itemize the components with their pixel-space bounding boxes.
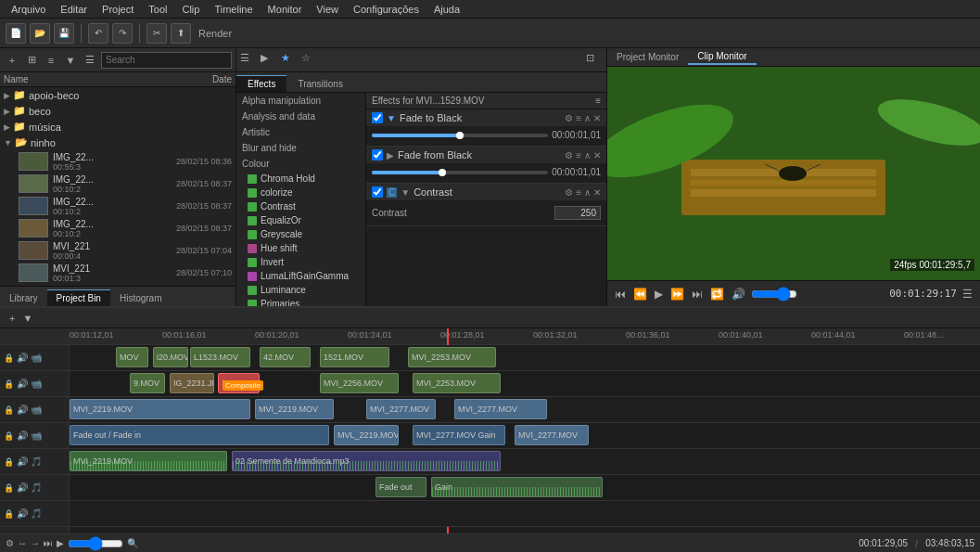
category-colour[interactable]: Colour [236, 156, 365, 172]
fx-contrast-header[interactable]: C ▼ Contrast ⚙ ≡ ∧ ✕ [366, 184, 606, 200]
tl-footer-btn-3[interactable]: → [31, 538, 40, 548]
redo-button[interactable]: ↷ [112, 23, 133, 44]
folder-apoio-beco[interactable]: ▶ 📁 apoio-beco [0, 87, 235, 103]
tl-toggle[interactable]: ▼ [19, 311, 36, 326]
video-icon[interactable]: 📹 [31, 430, 42, 441]
fx-settings-icon[interactable]: ⚙ [565, 113, 573, 123]
folder-ninho[interactable]: ▼ 📂 ninho [0, 135, 235, 150]
folder-beco[interactable]: ▶ 📁 beco [0, 103, 235, 119]
properties-menu-icon[interactable]: ≡ [595, 96, 601, 106]
tl-footer-btn-4[interactable]: ⏭ [44, 538, 53, 548]
clip-item[interactable]: IMG_22... 00:10:2 28/02/15 08:37 [0, 217, 235, 239]
lock-icon[interactable]: 🔒 [4, 431, 14, 441]
prev-volume[interactable]: 🔊 [730, 286, 747, 302]
effects-expand-btn[interactable]: ⊡ [586, 52, 603, 69]
fx-slider[interactable] [372, 171, 548, 174]
prev-settings[interactable]: ☰ [961, 286, 974, 302]
prev-loop[interactable]: 🔁 [708, 286, 726, 302]
fx-settings-icon[interactable]: ⚙ [565, 187, 573, 198]
tab-clip-monitor[interactable]: Clip Monitor [688, 49, 756, 65]
timeline-tracks-area[interactable]: 00:01:12,01 00:01:16,01 00:01:20,01 00:0… [70, 328, 980, 533]
tl-add-track[interactable]: + [6, 311, 19, 326]
fx-slider-handle[interactable] [439, 169, 446, 176]
prev-step-back[interactable]: ⏪ [631, 286, 649, 302]
clip-block[interactable]: MVI_2253.MOV [408, 347, 496, 367]
fx-close-icon[interactable]: ✕ [593, 150, 601, 160]
audio-icon[interactable]: 🎵 [31, 456, 42, 467]
fx-slider-handle[interactable] [456, 132, 464, 139]
fx-expand-icon[interactable]: ∧ [584, 187, 591, 198]
menu-project[interactable]: Project [95, 2, 141, 17]
lock-icon[interactable]: 🔒 [4, 509, 14, 519]
clip-block[interactable]: Fade out / Fade in [70, 425, 329, 445]
tl-zoom-out[interactable]: 🔍 [127, 538, 138, 548]
effect-greyscale[interactable]: Greyscale [236, 227, 365, 241]
clip-block[interactable]: MVI_2219.MOV [70, 399, 250, 419]
video-icon[interactable]: 📹 [31, 404, 42, 415]
fx-fade-from-black-header[interactable]: ▶ Fade from Black ⚙ ≡ ∧ ✕ [366, 147, 606, 163]
prev-to-end[interactable]: ⏭ [690, 286, 705, 302]
new-button[interactable]: 📄 [6, 23, 26, 44]
clip-block[interactable]: 42.MOV [260, 347, 311, 367]
video-icon[interactable]: 📹 [31, 379, 42, 389]
clip-block[interactable]: Fade out [375, 477, 426, 497]
menu-tool[interactable]: Tool [141, 2, 174, 17]
effects-play-btn[interactable]: ▶ [261, 52, 277, 69]
zoom-slider[interactable] [68, 539, 123, 548]
fx-expand-arrow[interactable]: ▼ [401, 187, 410, 198]
clip-block[interactable]: MVI_2277.MOV [366, 399, 436, 419]
lock-icon[interactable]: 🔒 [4, 405, 14, 415]
menu-clip[interactable]: Clip [174, 2, 207, 17]
fx-slider[interactable] [372, 134, 548, 137]
clip-block[interactable]: L1523.MOV [190, 347, 250, 367]
menu-view[interactable]: View [309, 2, 346, 17]
fx-close-icon[interactable]: ✕ [593, 113, 601, 123]
fx-expand-icon[interactable]: ∧ [584, 113, 591, 123]
lock-icon[interactable]: 🔒 [4, 457, 14, 467]
audio-icon[interactable]: 🎵 [31, 508, 42, 519]
fx-menu-icon[interactable]: ≡ [576, 187, 581, 198]
fx-enable-checkbox[interactable] [372, 186, 383, 198]
clip-block[interactable]: MVI_2277.MOV [515, 425, 589, 445]
clip-item[interactable]: IMG_22... 00:10:2 28/02/15 08:37 [0, 195, 235, 217]
fx-enable-checkbox[interactable] [372, 112, 383, 123]
video-icon[interactable]: 📹 [31, 353, 42, 363]
clip-item[interactable]: MVI_221 00:00:4 28/02/15 07:04 [0, 239, 235, 262]
mute-icon[interactable]: 🔊 [17, 353, 28, 363]
effect-equalizor[interactable]: EqualizOr [236, 213, 365, 227]
fx-settings-icon[interactable]: ⚙ [565, 150, 573, 160]
mute-icon[interactable]: 🔊 [17, 508, 28, 519]
effect-hue-shift[interactable]: Hue shift [236, 241, 365, 255]
fx-expand-arrow[interactable]: ▼ [387, 113, 396, 123]
audio-icon[interactable]: 🎵 [31, 482, 42, 493]
split-button[interactable]: ✂ [146, 23, 167, 44]
clip-toggle-button[interactable]: ▼ [62, 52, 79, 69]
clip-list-button[interactable]: ☰ [82, 52, 98, 69]
clip-block[interactable]: Gain [431, 477, 603, 497]
tab-project-bin[interactable]: Project Bin [47, 289, 110, 306]
prev-to-start[interactable]: ⏮ [613, 286, 628, 302]
undo-button[interactable]: ↶ [88, 23, 108, 44]
clip-block[interactable]: i20.MOV [153, 347, 188, 367]
volume-slider[interactable] [751, 289, 797, 300]
menu-arquivo[interactable]: Arquivo [4, 2, 53, 17]
clip-block[interactable]: 1521.MOV [320, 347, 389, 367]
fx-menu-icon[interactable]: ≡ [576, 113, 581, 123]
effect-chroma-hold[interactable]: Chroma Hold [236, 172, 365, 186]
effects-list-btn[interactable]: ☰ [240, 52, 257, 69]
clip-block[interactable]: MVI_2256.MOV [320, 373, 399, 393]
tl-footer-btn-5[interactable]: ▶ [57, 538, 64, 548]
fx-param-value[interactable]: 250 [554, 206, 601, 220]
lock-icon[interactable]: 🔒 [4, 379, 14, 389]
tl-footer-btn-1[interactable]: ⚙ [6, 538, 14, 548]
menu-timeline[interactable]: Timeline [207, 2, 260, 17]
export-button[interactable]: ⬆ [171, 23, 191, 44]
tab-library[interactable]: Library [0, 289, 47, 306]
save-button[interactable]: 💾 [54, 23, 74, 44]
fx-expand-arrow[interactable]: ▶ [387, 150, 394, 160]
clip-block[interactable]: MVI_2219.MOV [70, 451, 227, 471]
effects-star-btn[interactable]: ★ [281, 52, 298, 69]
mute-icon[interactable]: 🔊 [17, 430, 28, 441]
mute-icon[interactable]: 🔊 [17, 482, 28, 493]
tab-project-monitor[interactable]: Project Monitor [607, 50, 688, 64]
